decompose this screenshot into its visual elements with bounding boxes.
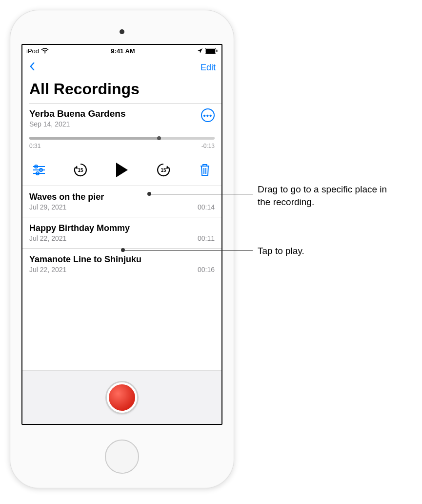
list-item[interactable]: Yamanote Line to Shinjuku Jul 22, 2021 0… <box>22 249 221 279</box>
more-button[interactable]: ••• <box>201 108 215 122</box>
record-button[interactable] <box>107 382 137 413</box>
play-button[interactable] <box>112 160 132 180</box>
home-button[interactable] <box>105 440 139 474</box>
recording-duration: 00:14 <box>198 203 215 211</box>
callout-play: Tap to play. <box>258 245 399 257</box>
expanded-recording-title: Yerba Buena Gardens <box>29 108 125 119</box>
sliders-icon <box>32 164 46 176</box>
elapsed-time: 0:31 <box>29 143 40 149</box>
svg-point-0 <box>44 53 45 54</box>
options-button[interactable] <box>29 160 49 180</box>
page-title: All Recordings <box>22 78 221 103</box>
location-icon <box>197 48 203 54</box>
recording-date: Jul 29, 2021 <box>29 203 66 211</box>
record-footer <box>22 370 221 424</box>
svg-rect-3 <box>217 50 218 52</box>
list-item[interactable]: Waves on the pier Jul 29, 2021 00:14 <box>22 186 221 217</box>
svg-text:15: 15 <box>161 168 166 173</box>
skip-forward-15-button[interactable]: 15 <box>154 160 173 180</box>
callout-leader <box>149 194 253 194</box>
chevron-left-icon <box>28 63 36 70</box>
callout-scrubber: Drag to go to a specific place in the re… <box>258 183 399 208</box>
recording-duration: 00:16 <box>198 266 215 273</box>
front-camera <box>120 29 124 34</box>
skip-back-15-button[interactable]: 15 <box>71 160 90 180</box>
trash-icon <box>199 163 211 177</box>
play-icon <box>116 163 128 177</box>
expanded-recording-date: Sep 14, 2021 <box>29 120 125 128</box>
callout-leader <box>122 250 253 251</box>
scrubber-progress <box>29 137 159 140</box>
edit-button[interactable]: Edit <box>201 63 216 73</box>
skip-back-icon: 15 <box>73 162 88 178</box>
recording-date: Jul 22, 2021 <box>29 266 66 273</box>
list-item[interactable]: Happy Birthday Mommy Jul 22, 2021 00:11 <box>22 217 221 249</box>
recording-date: Jul 22, 2021 <box>29 234 66 242</box>
status-time: 9:41 AM <box>111 47 135 55</box>
delete-button[interactable] <box>195 160 215 180</box>
recording-title: Yamanote Line to Shinjuku <box>29 254 215 265</box>
svg-rect-2 <box>206 49 215 53</box>
recordings-list[interactable]: Waves on the pier Jul 29, 2021 00:14 Hap… <box>22 186 221 370</box>
screen: iPod 9:41 AM Edit All Recordings Yerba B… <box>21 44 222 425</box>
recording-duration: 00:11 <box>198 234 215 242</box>
scrubber-knob-icon[interactable] <box>157 136 161 140</box>
nav-bar: Edit <box>22 57 221 78</box>
recording-title: Happy Birthday Mommy <box>29 223 215 233</box>
status-bar: iPod 9:41 AM <box>22 45 221 57</box>
wifi-icon <box>41 48 49 54</box>
battery-icon <box>205 48 218 54</box>
expanded-recording: Yerba Buena Gardens Sep 14, 2021 ••• 0:3… <box>22 104 221 186</box>
playback-scrubber[interactable] <box>29 137 215 140</box>
back-button[interactable] <box>28 63 36 72</box>
carrier-label: iPod <box>26 47 39 55</box>
ellipsis-icon: ••• <box>203 111 213 120</box>
skip-forward-icon: 15 <box>156 162 171 178</box>
svg-text:15: 15 <box>78 168 83 173</box>
remaining-time: -0:13 <box>201 143 215 149</box>
